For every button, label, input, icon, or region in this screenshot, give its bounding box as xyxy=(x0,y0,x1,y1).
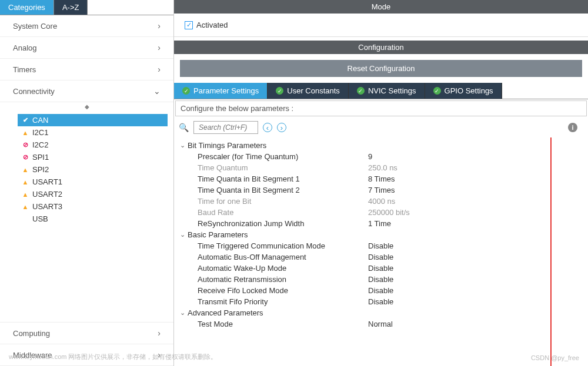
expand-icon: ⌄ xyxy=(180,309,185,317)
peripheral-item-spi2[interactable]: ▲SPI2 xyxy=(18,163,168,176)
peripheral-item-usart1[interactable]: ▲USART1 xyxy=(18,176,168,188)
activated-checkbox-row[interactable]: ✓ Activated xyxy=(185,21,577,29)
peripheral-label: I2C2 xyxy=(32,140,48,149)
param-row[interactable]: Automatic RetransmissionDisable xyxy=(174,274,588,285)
sidebar: Categories A->Z System Core › Analog › T… xyxy=(0,0,174,366)
param-label: ReSynchronization Jump Width xyxy=(198,219,368,228)
section-label: System Core xyxy=(13,22,57,31)
tab-label: GPIO Settings xyxy=(445,86,493,95)
param-value: Disable xyxy=(368,297,588,306)
section-computing[interactable]: Computing › xyxy=(0,323,173,344)
param-row[interactable]: Prescaler (for Time Quantum)9 xyxy=(174,151,588,162)
param-value: 8 Times xyxy=(368,174,588,183)
search-next-icon[interactable]: › xyxy=(277,123,286,132)
param-value: Disable xyxy=(368,275,588,284)
param-value: 1 Time xyxy=(368,219,588,228)
section-label: Timers xyxy=(13,65,36,74)
param-value: 250000 bit/s xyxy=(368,208,588,217)
param-row[interactable]: Automatic Bus-Off ManagementDisable xyxy=(174,251,588,263)
param-row: Time for one Bit4000 ns xyxy=(174,196,588,207)
chevron-right-icon: › xyxy=(158,43,161,52)
param-group-header[interactable]: ⌄Advanced Parameters xyxy=(174,307,588,318)
param-label: Test Mode xyxy=(198,320,368,328)
param-row[interactable]: Test ModeNormal xyxy=(174,318,588,330)
param-label: Automatic Retransmission xyxy=(198,275,368,284)
search-row: 🔍 ‹ › i xyxy=(174,117,588,137)
sidebar-tabs: Categories A->Z xyxy=(0,0,173,15)
section-label: Connectivity xyxy=(13,87,55,96)
checkbox-icon: ✓ xyxy=(185,21,193,29)
check-icon: ✓ xyxy=(357,87,365,95)
peripheral-item-i2c2[interactable]: ⊘I2C2 xyxy=(18,139,168,151)
param-label: Time Triggered Communication Mode xyxy=(198,241,368,250)
param-value: Normal xyxy=(368,320,588,328)
param-row[interactable]: Time Quanta in Bit Segment 27 Times xyxy=(174,184,588,196)
info-icon[interactable]: i xyxy=(568,123,577,132)
param-row[interactable]: Receive Fifo Locked ModeDisable xyxy=(174,285,588,296)
chevron-down-icon: ⌄ xyxy=(153,86,161,96)
section-label: Computing xyxy=(13,329,50,338)
config-tabs: ✓Parameter Settings✓User Constants✓NVIC … xyxy=(174,83,588,99)
param-row[interactable]: Transmit Fifo PriorityDisable xyxy=(174,296,588,307)
peripheral-item-usart2[interactable]: ▲USART2 xyxy=(18,188,168,200)
config-tab-user-constants[interactable]: ✓User Constants xyxy=(268,83,349,99)
section-analog[interactable]: Analog › xyxy=(0,37,173,59)
param-row[interactable]: Time Triggered Communication ModeDisable xyxy=(174,240,588,251)
search-input[interactable] xyxy=(193,121,258,134)
section-label: Analog xyxy=(13,43,36,52)
chevron-right-icon: › xyxy=(158,328,161,338)
param-label: Transmit Fifo Priority xyxy=(198,297,368,306)
peripheral-item-i2c1[interactable]: ▲I2C1 xyxy=(18,126,168,139)
param-value: 9 xyxy=(368,152,588,161)
section-timers[interactable]: Timers › xyxy=(0,59,173,80)
param-group-header[interactable]: ⌄Basic Parameters xyxy=(174,229,588,240)
peripheral-label: CAN xyxy=(32,116,48,125)
peripheral-item-spi1[interactable]: ⊘SPI1 xyxy=(18,151,168,163)
drag-handle-icon[interactable]: ◆ xyxy=(0,102,173,111)
search-prev-icon[interactable]: ‹ xyxy=(263,123,272,132)
section-connectivity[interactable]: Connectivity ⌄ xyxy=(0,80,173,102)
peripheral-label: USB xyxy=(32,214,48,223)
param-row[interactable]: Automatic Wake-Up ModeDisable xyxy=(174,263,588,274)
peripheral-label: I2C1 xyxy=(32,128,48,137)
param-value: Disable xyxy=(368,264,588,273)
tab-categories[interactable]: Categories xyxy=(0,0,54,15)
param-value: 4000 ns xyxy=(368,197,588,206)
param-label: Time Quantum xyxy=(198,163,368,172)
group-name: Basic Parameters xyxy=(188,230,248,239)
chevron-right-icon: › xyxy=(158,21,161,31)
param-row[interactable]: ReSynchronization Jump Width1 Time xyxy=(174,218,588,229)
param-label: Receive Fifo Locked Mode xyxy=(198,286,368,295)
peripheral-label: USART2 xyxy=(32,190,62,199)
peripheral-item-can[interactable]: ✔CAN xyxy=(18,114,168,126)
param-label: Automatic Bus-Off Management xyxy=(198,253,368,261)
activated-label: Activated xyxy=(196,21,228,29)
spacer-icon xyxy=(21,215,29,223)
param-label: Baud Rate xyxy=(198,208,368,217)
param-label: Time Quanta in Bit Segment 2 xyxy=(198,186,368,194)
peripheral-item-usart3[interactable]: ▲USART3 xyxy=(18,200,168,213)
reset-configuration-button[interactable]: Reset Configuration xyxy=(180,60,582,77)
param-row[interactable]: Time Quanta in Bit Segment 18 Times xyxy=(174,173,588,184)
param-value: 250.0 ns xyxy=(368,163,588,172)
check-icon: ✓ xyxy=(433,87,441,95)
param-value: Disable xyxy=(368,253,588,261)
mode-header: Mode xyxy=(174,0,588,14)
watermark-left: www.toymoban.com 网络图片仅供展示，非存储，如有侵权请联系删除。 xyxy=(9,352,217,361)
peripheral-item-usb[interactable]: USB xyxy=(18,213,168,225)
config-tab-gpio-settings[interactable]: ✓GPIO Settings xyxy=(425,83,502,99)
param-value: 7 Times xyxy=(368,186,588,194)
parameter-body: ⌄Bit Timings ParametersPrescaler (for Ti… xyxy=(174,137,588,366)
peripheral-label: USART3 xyxy=(32,202,62,211)
config-tab-parameter-settings[interactable]: ✓Parameter Settings xyxy=(174,83,268,99)
warning-icon: ▲ xyxy=(21,129,29,137)
param-label: Time for one Bit xyxy=(198,197,368,206)
config-tab-nvic-settings[interactable]: ✓NVIC Settings xyxy=(349,83,425,99)
check-icon: ✓ xyxy=(182,87,190,95)
section-system-core[interactable]: System Core › xyxy=(0,15,173,37)
tab-az[interactable]: A->Z xyxy=(54,0,88,15)
param-group-header[interactable]: ⌄Bit Timings Parameters xyxy=(174,140,588,151)
warning-icon: ▲ xyxy=(21,203,29,211)
search-icon[interactable]: 🔍 xyxy=(179,123,189,132)
main-panel: Mode ✓ Activated Configuration Reset Con… xyxy=(174,0,588,366)
